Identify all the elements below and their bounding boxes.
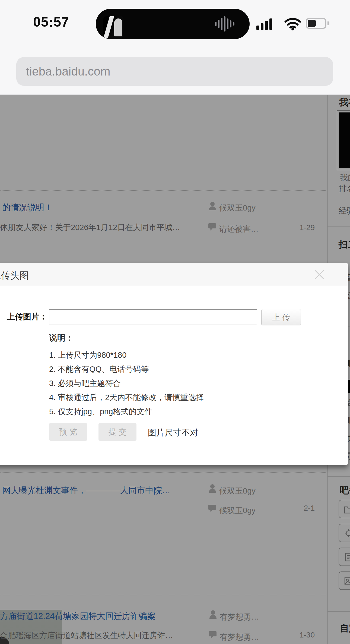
- upload-image-label: 上传图片：: [7, 311, 47, 322]
- audio-waveform-icon: [215, 16, 234, 32]
- note-item: 5. 仅支持jpg、png格式的文件: [49, 404, 204, 419]
- upload-error-message: 图片尺寸不对: [148, 427, 198, 438]
- now-playing-artwork: [103, 16, 123, 38]
- note-item: 2. 不能含有QQ、电话号码等: [49, 362, 204, 376]
- url-text: tieba.baidu.com: [26, 65, 110, 78]
- submit-button[interactable]: 提 交: [98, 423, 136, 441]
- phone-screen: 05:57 tieba.baidu.com: [0, 0, 350, 644]
- note-item: 1. 上传尺寸为980*180: [49, 348, 204, 362]
- dialog-title: 上传头图: [0, 269, 29, 282]
- note-item: 3. 必须与吧主题符合: [49, 376, 204, 390]
- note-item: 4. 审核通过后，2天内不能修改，请慎重选择: [49, 390, 204, 404]
- cellular-signal-icon: [256, 18, 280, 30]
- url-bar[interactable]: tieba.baidu.com: [16, 57, 333, 86]
- status-time: 05:57: [33, 14, 69, 30]
- artwork-streak: [103, 16, 114, 38]
- upload-notes: 说明： 1. 上传尺寸为980*180 2. 不能含有QQ、电话号码等 3. 必…: [49, 332, 204, 419]
- dynamic-island[interactable]: [96, 9, 250, 39]
- upload-button[interactable]: 上 传: [261, 309, 301, 325]
- wifi-icon: [284, 17, 301, 30]
- dialog-header: 上传头图: [0, 263, 348, 286]
- preview-button[interactable]: 预 览: [49, 423, 87, 441]
- artwork-arch: [114, 18, 122, 36]
- browser-chrome: 05:57 tieba.baidu.com: [0, 0, 350, 95]
- close-icon[interactable]: [314, 269, 325, 280]
- notes-title: 说明：: [49, 332, 204, 344]
- image-path-input[interactable]: [49, 309, 257, 325]
- upload-header-image-dialog: 上传头图 上传图片： 上 传 说明： 1. 上传尺寸为980*180 2. 不能…: [0, 263, 348, 465]
- battery-icon: [306, 18, 331, 30]
